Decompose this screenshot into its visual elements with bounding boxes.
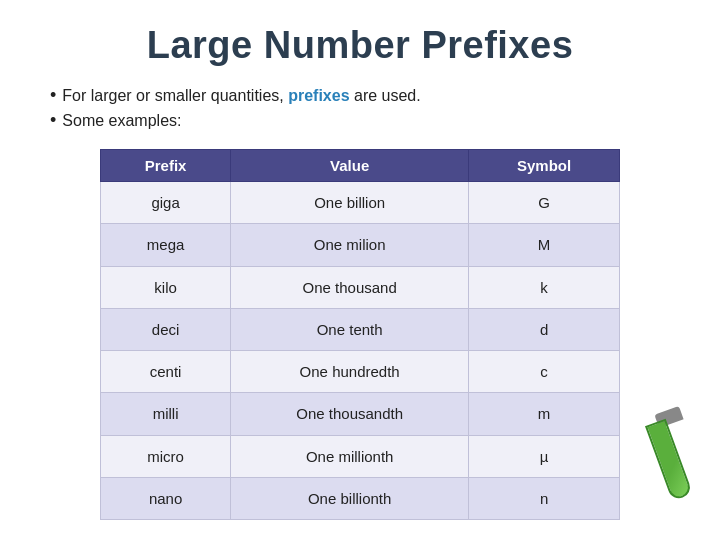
bullet-item-1: • For larger or smaller quantities, pref… <box>50 85 680 106</box>
bullet-dot-2: • <box>50 110 56 131</box>
table-row: centiOne hundredthc <box>101 351 620 393</box>
col-header-symbol: Symbol <box>469 150 620 182</box>
table-cell-2-0: kilo <box>101 266 231 308</box>
table-cell-3-0: deci <box>101 308 231 350</box>
col-header-prefix: Prefix <box>101 150 231 182</box>
table-cell-5-2: m <box>469 393 620 435</box>
bullet-text-1: For larger or smaller quantities, prefix… <box>62 87 420 105</box>
table-cell-4-2: c <box>469 351 620 393</box>
table-row: microOne millionthµ <box>101 435 620 477</box>
table-cell-3-2: d <box>469 308 620 350</box>
table-header-row: Prefix Value Symbol <box>101 150 620 182</box>
table-cell-5-1: One thousandth <box>231 393 469 435</box>
table-row: deciOne tenthd <box>101 308 620 350</box>
table-cell-0-1: One billion <box>231 182 469 224</box>
bullet-item-2: • Some examples: <box>50 110 680 131</box>
table-cell-2-1: One thousand <box>231 266 469 308</box>
table-row: megaOne milionM <box>101 224 620 266</box>
table-wrapper: Prefix Value Symbol gigaOne billionGmega… <box>40 149 680 520</box>
table-cell-0-2: G <box>469 182 620 224</box>
bullet-text-2: Some examples: <box>62 112 181 130</box>
table-cell-6-2: µ <box>469 435 620 477</box>
table-row: kiloOne thousandk <box>101 266 620 308</box>
table-row: gigaOne billionG <box>101 182 620 224</box>
table-cell-4-1: One hundredth <box>231 351 469 393</box>
page-title: Large Number Prefixes <box>40 24 680 67</box>
table-row: milliOne thousandthm <box>101 393 620 435</box>
col-header-value: Value <box>231 150 469 182</box>
prefixes-table: Prefix Value Symbol gigaOne billionGmega… <box>100 149 620 520</box>
table-cell-6-0: micro <box>101 435 231 477</box>
table-row: nanoOne billionthn <box>101 477 620 519</box>
table-cell-7-2: n <box>469 477 620 519</box>
page: Large Number Prefixes • For larger or sm… <box>0 0 720 540</box>
table-cell-1-1: One milion <box>231 224 469 266</box>
table-cell-7-0: nano <box>101 477 231 519</box>
bullet-highlight-1: prefixes <box>288 87 349 104</box>
bullet-dot-1: • <box>50 85 56 106</box>
table-cell-4-0: centi <box>101 351 231 393</box>
decoration <box>640 390 710 510</box>
bullet-text-before-1: For larger or smaller quantities, <box>62 87 288 104</box>
bullet-list: • For larger or smaller quantities, pref… <box>40 85 680 135</box>
table-cell-3-1: One tenth <box>231 308 469 350</box>
bullet-text-after-1: are used. <box>350 87 421 104</box>
table-cell-1-2: M <box>469 224 620 266</box>
table-cell-5-0: milli <box>101 393 231 435</box>
table-cell-7-1: One billionth <box>231 477 469 519</box>
table-cell-1-0: mega <box>101 224 231 266</box>
test-tube <box>645 419 693 502</box>
table-cell-6-1: One millionth <box>231 435 469 477</box>
table-cell-0-0: giga <box>101 182 231 224</box>
table-cell-2-2: k <box>469 266 620 308</box>
